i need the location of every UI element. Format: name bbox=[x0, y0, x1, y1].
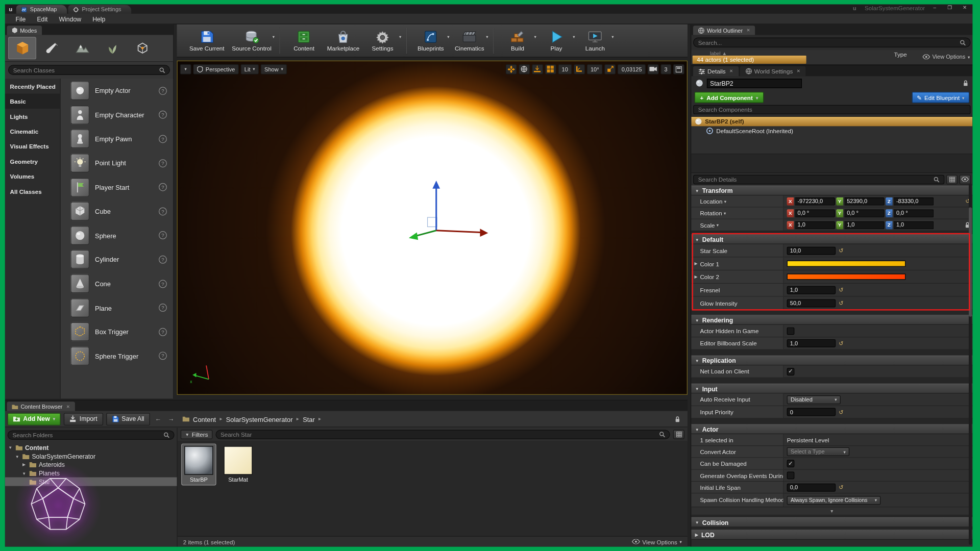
filters-button[interactable]: ▼ Filters bbox=[181, 430, 212, 439]
tab-spacemap[interactable]: SpaceMap bbox=[16, 5, 67, 14]
launch-button[interactable]: Launch ▾ bbox=[576, 26, 615, 56]
help-icon[interactable]: ? bbox=[159, 111, 167, 119]
scale-z-input[interactable]: 1,0 bbox=[894, 221, 934, 229]
property-label[interactable]: Convert Actor bbox=[691, 446, 783, 457]
category-geometry[interactable]: Geometry bbox=[5, 154, 60, 168]
property-label[interactable]: Location ▾ bbox=[691, 195, 783, 207]
reset-to-default-icon[interactable]: ↺ bbox=[839, 484, 843, 490]
help-icon[interactable]: ? bbox=[159, 304, 167, 312]
close-button[interactable]: ✕ bbox=[960, 5, 970, 11]
blueprints-button[interactable]: Blueprints ▾ bbox=[411, 26, 450, 56]
collapse-icon[interactable]: ▼ bbox=[14, 454, 20, 459]
property-label[interactable]: Glow Intensity bbox=[691, 297, 783, 309]
section-collision[interactable]: ▼ Collision bbox=[691, 517, 972, 528]
expand-icon[interactable]: ▶ bbox=[694, 274, 697, 280]
asset-starbp[interactable]: StarBP bbox=[182, 444, 215, 485]
property-label[interactable]: ▶Color 2 bbox=[691, 270, 783, 283]
tree-item-content[interactable]: ▼ Content bbox=[5, 443, 177, 452]
reset-to-default-icon[interactable]: ↺ bbox=[839, 409, 843, 415]
details-scrollbar-thumb[interactable] bbox=[969, 208, 972, 317]
outliner-search-input[interactable] bbox=[698, 39, 958, 46]
viewport-options-button[interactable]: ▾ bbox=[180, 64, 191, 74]
menu-help[interactable]: Help bbox=[87, 15, 111, 22]
category-lights[interactable]: Lights bbox=[5, 109, 60, 123]
property-label[interactable]: Scale ▾ bbox=[691, 219, 783, 231]
category-cinematic[interactable]: Cinematic bbox=[5, 123, 60, 138]
list-item-empty-pawn[interactable]: Empty Pawn ? bbox=[61, 127, 173, 151]
actor-name-input[interactable] bbox=[707, 79, 802, 88]
list-item-cylinder[interactable]: Cylinder ? bbox=[61, 247, 173, 271]
close-icon[interactable]: ✕ bbox=[797, 69, 800, 74]
property-label[interactable]: Spawn Collision Handling Method bbox=[691, 493, 783, 507]
billboard-scale-input[interactable]: 1,0 bbox=[787, 339, 836, 347]
breadcrumb-solarsystemgenerator[interactable]: SolarSystemGenerator bbox=[226, 415, 293, 423]
list-item-plane[interactable]: Plane ? bbox=[61, 296, 173, 320]
category-volumes[interactable]: Volumes bbox=[5, 169, 60, 184]
auto-receive-input-dropdown[interactable]: Disabled ▾ bbox=[787, 395, 841, 404]
help-icon[interactable]: ? bbox=[159, 328, 167, 336]
search-assets-input[interactable] bbox=[220, 431, 657, 438]
mode-foliage-button[interactable] bbox=[98, 37, 126, 59]
content-button[interactable]: Content bbox=[285, 26, 324, 56]
category-visual-effects[interactable]: Visual Effects bbox=[5, 139, 60, 154]
breadcrumb-star[interactable]: Star bbox=[303, 415, 315, 423]
add-new-button[interactable]: Add New ▾ bbox=[8, 413, 61, 425]
property-label[interactable]: Fresnel bbox=[691, 284, 783, 296]
help-icon[interactable]: ? bbox=[159, 280, 167, 288]
edit-blueprint-button[interactable]: ✎ Edit Blueprint ▾ bbox=[912, 92, 970, 103]
add-component-button[interactable]: + Add Component ▾ bbox=[694, 92, 764, 103]
tab-details[interactable]: Details ✕ bbox=[693, 66, 739, 77]
grid-snap-value-button[interactable]: 10 bbox=[558, 64, 572, 74]
property-label[interactable]: ▶Color 1 bbox=[691, 257, 783, 269]
lock-icon[interactable] bbox=[963, 80, 968, 86]
mode-paint-button[interactable] bbox=[38, 37, 66, 59]
collapse-icon[interactable]: ▼ bbox=[8, 445, 13, 450]
rotation-y-input[interactable]: 0,0 ° bbox=[844, 209, 884, 217]
star-scale-input[interactable]: 10,0 bbox=[787, 246, 836, 255]
spawn-collision-dropdown[interactable]: Always Spawn, Ignore Collisions ▾ bbox=[787, 496, 881, 505]
tab-modes[interactable]: Modes bbox=[7, 26, 42, 35]
tree-item-solarsystemgenerator[interactable]: ▼ SolarSystemGenerator bbox=[5, 452, 177, 461]
save-current-button[interactable]: Save Current bbox=[186, 26, 228, 56]
actor-hidden-checkbox[interactable] bbox=[787, 327, 795, 335]
scale-x-input[interactable]: 1,0 bbox=[795, 221, 835, 229]
rotation-snap-button[interactable] bbox=[574, 64, 585, 74]
tab-world-outliner[interactable]: World Outliner ✕ bbox=[693, 26, 755, 35]
asset-starmat[interactable]: StarMat bbox=[221, 444, 255, 485]
list-item-empty-actor[interactable]: Empty Actor ? bbox=[61, 79, 173, 103]
fresnel-input[interactable]: 1,0 bbox=[787, 286, 836, 294]
asset-view-settings-button[interactable] bbox=[673, 430, 684, 439]
section-input[interactable]: ▼ Input bbox=[691, 384, 972, 394]
property-label[interactable]: Actor Hidden In Game bbox=[691, 325, 783, 337]
list-item-cube[interactable]: Cube ? bbox=[61, 199, 173, 223]
list-item-sphere-trigger[interactable]: Sphere Trigger ? bbox=[61, 344, 173, 368]
play-button[interactable]: Play ▾ bbox=[537, 26, 576, 56]
section-lod[interactable]: ▶ LOD bbox=[691, 530, 972, 540]
category-recently-placed[interactable]: Recently Placed bbox=[5, 79, 60, 93]
tree-item-planets[interactable]: ▼ Planets bbox=[5, 469, 177, 478]
initial-life-span-input[interactable]: 0,0 bbox=[787, 483, 836, 491]
close-icon[interactable]: ✕ bbox=[66, 404, 70, 409]
property-label[interactable]: Star Scale bbox=[691, 244, 783, 257]
type-column-header[interactable]: Type bbox=[894, 51, 906, 58]
property-label[interactable]: Net Load on Client bbox=[691, 365, 783, 377]
camera-speed-button[interactable] bbox=[648, 64, 659, 74]
rotation-snap-value-button[interactable]: 10° bbox=[587, 64, 603, 74]
list-item-player-start[interactable]: Player Start ? bbox=[61, 175, 173, 199]
lit-mode-button[interactable]: Lit ▾ bbox=[240, 64, 259, 74]
reset-to-default-icon[interactable]: ↺ bbox=[839, 247, 843, 254]
translate-gizmo[interactable] bbox=[386, 180, 499, 242]
reset-to-default-icon[interactable]: ↺ bbox=[839, 287, 843, 293]
close-icon[interactable]: ✕ bbox=[746, 28, 750, 33]
category-all-classes[interactable]: All Classes bbox=[5, 184, 60, 198]
menu-file[interactable]: File bbox=[10, 15, 32, 22]
search-classes-input[interactable] bbox=[13, 66, 157, 73]
details-scrollbar-track[interactable] bbox=[969, 184, 972, 545]
forward-button[interactable]: → bbox=[166, 414, 176, 424]
show-flags-button[interactable]: Show ▾ bbox=[261, 64, 287, 74]
perspective-button[interactable]: Perspective bbox=[193, 64, 238, 74]
help-icon[interactable]: ? bbox=[159, 135, 167, 143]
section-replication[interactable]: ▼ Replication bbox=[691, 356, 972, 366]
transform-gizmo-button[interactable] bbox=[505, 64, 517, 74]
help-icon[interactable]: ? bbox=[159, 183, 167, 191]
